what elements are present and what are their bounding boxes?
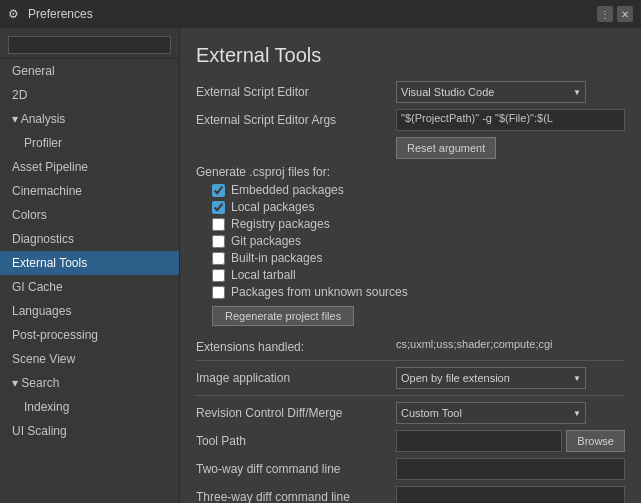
package-label-local-tarball: Local tarball: [231, 268, 296, 282]
generate-section: Generate .csproj files for: Embedded pac…: [196, 165, 625, 332]
title-bar: ⚙ Preferences ⋮ ✕: [0, 0, 641, 28]
external-script-editor-row: External Script Editor Visual Studio Cod…: [196, 81, 625, 103]
three-way-diff-input[interactable]: [396, 486, 625, 503]
regenerate-button[interactable]: Regenerate project files: [212, 306, 354, 326]
sidebar-item-profiler[interactable]: Profiler: [0, 131, 179, 155]
divider-1: [196, 360, 625, 361]
chevron-down-icon-2: ▼: [573, 374, 581, 383]
package-checkbox-local[interactable]: [212, 201, 225, 214]
sidebar-item-general[interactable]: General: [0, 59, 179, 83]
revision-control-dropdown[interactable]: Custom Tool ▼: [396, 402, 586, 424]
package-label-local: Local packages: [231, 200, 314, 214]
search-bar: [0, 32, 179, 59]
external-script-editor-label: External Script Editor: [196, 85, 396, 99]
extensions-value: cs;uxml;uss;shader;compute;cgi: [396, 338, 625, 350]
extensions-row: Extensions handled: cs;uxml;uss;shader;c…: [196, 338, 625, 354]
divider-2: [196, 395, 625, 396]
sidebar-item-indexing[interactable]: Indexing: [0, 395, 179, 419]
sidebar-item-asset-pipeline[interactable]: Asset Pipeline: [0, 155, 179, 179]
sidebar-item-colors[interactable]: Colors: [0, 203, 179, 227]
package-checkbox-git[interactable]: [212, 235, 225, 248]
package-checkbox-local-tarball[interactable]: [212, 269, 225, 282]
tool-path-browse-row: Browse: [396, 430, 625, 452]
package-row-git: Git packages: [196, 234, 625, 248]
package-row-local: Local packages: [196, 200, 625, 214]
menu-button[interactable]: ⋮: [597, 6, 613, 22]
revision-control-label: Revision Control Diff/Merge: [196, 406, 396, 420]
editor-args-value: "$(ProjectPath)" -g "$(File)":$(L: [396, 109, 625, 131]
package-row-embedded: Embedded packages: [196, 183, 625, 197]
package-row-registry: Registry packages: [196, 217, 625, 231]
title-bar-title: Preferences: [28, 7, 591, 21]
package-label-registry: Registry packages: [231, 217, 330, 231]
package-checkbox-unknown-sources[interactable]: [212, 286, 225, 299]
search-input[interactable]: [8, 36, 171, 54]
extensions-label: Extensions handled:: [196, 338, 396, 354]
three-way-diff-label: Three-way diff command line: [196, 490, 396, 503]
app-icon: ⚙: [8, 7, 22, 21]
package-row-unknown-sources: Packages from unknown sources: [196, 285, 625, 299]
two-way-diff-input[interactable]: [396, 458, 625, 480]
reset-argument-button[interactable]: Reset argument: [396, 137, 496, 159]
image-application-label: Image application: [196, 371, 396, 385]
sidebar-item-cinemachine[interactable]: Cinemachine: [0, 179, 179, 203]
sidebar-item-analysis[interactable]: ▾ Analysis: [0, 107, 179, 131]
close-button[interactable]: ✕: [617, 6, 633, 22]
package-checkbox-embedded[interactable]: [212, 184, 225, 197]
tool-path-input[interactable]: [396, 430, 562, 452]
package-label-embedded: Embedded packages: [231, 183, 344, 197]
tool-path-label: Tool Path: [196, 434, 396, 448]
package-label-unknown-sources: Packages from unknown sources: [231, 285, 408, 299]
sidebar-item-languages[interactable]: Languages: [0, 299, 179, 323]
image-application-row: Image application Open by file extension…: [196, 367, 625, 389]
package-row-local-tarball: Local tarball: [196, 268, 625, 282]
reset-arg-row: Reset argument: [196, 137, 625, 159]
external-script-editor-value: Visual Studio Code: [401, 86, 494, 98]
revision-control-value: Custom Tool: [401, 407, 462, 419]
editor-args-label: External Script Editor Args: [196, 113, 396, 127]
sidebar-item-gi-cache[interactable]: GI Cache: [0, 275, 179, 299]
package-checkbox-built-in[interactable]: [212, 252, 225, 265]
tool-path-row: Tool Path Browse: [196, 430, 625, 452]
image-application-value: Open by file extension: [401, 372, 510, 384]
sidebar: General2D▾ AnalysisProfilerAsset Pipelin…: [0, 28, 180, 503]
sidebar-item-external-tools[interactable]: External Tools: [0, 251, 179, 275]
generate-label: Generate .csproj files for:: [196, 165, 625, 179]
package-label-git: Git packages: [231, 234, 301, 248]
page-title: External Tools: [196, 44, 625, 67]
chevron-down-icon: ▼: [573, 88, 581, 97]
package-row-built-in: Built-in packages: [196, 251, 625, 265]
sidebar-item-search[interactable]: ▾ Search: [0, 371, 179, 395]
content-area: External Tools External Script Editor Vi…: [180, 28, 641, 503]
sidebar-item-scene-view[interactable]: Scene View: [0, 347, 179, 371]
revision-control-row: Revision Control Diff/Merge Custom Tool …: [196, 402, 625, 424]
sidebar-item-diagnostics[interactable]: Diagnostics: [0, 227, 179, 251]
sidebar-item-post-processing[interactable]: Post-processing: [0, 323, 179, 347]
sidebar-item-2d[interactable]: 2D: [0, 83, 179, 107]
sidebar-item-ui-scaling[interactable]: UI Scaling: [0, 419, 179, 443]
two-way-diff-label: Two-way diff command line: [196, 462, 396, 476]
browse-button[interactable]: Browse: [566, 430, 625, 452]
three-way-diff-row: Three-way diff command line: [196, 486, 625, 503]
chevron-down-icon-3: ▼: [573, 409, 581, 418]
two-way-diff-row: Two-way diff command line: [196, 458, 625, 480]
package-checkbox-registry[interactable]: [212, 218, 225, 231]
external-script-editor-dropdown[interactable]: Visual Studio Code ▼: [396, 81, 586, 103]
main-layout: General2D▾ AnalysisProfilerAsset Pipelin…: [0, 28, 641, 503]
title-bar-controls: ⋮ ✕: [597, 6, 633, 22]
package-label-built-in: Built-in packages: [231, 251, 322, 265]
image-application-dropdown[interactable]: Open by file extension ▼: [396, 367, 586, 389]
editor-args-row: External Script Editor Args "$(ProjectPa…: [196, 109, 625, 131]
